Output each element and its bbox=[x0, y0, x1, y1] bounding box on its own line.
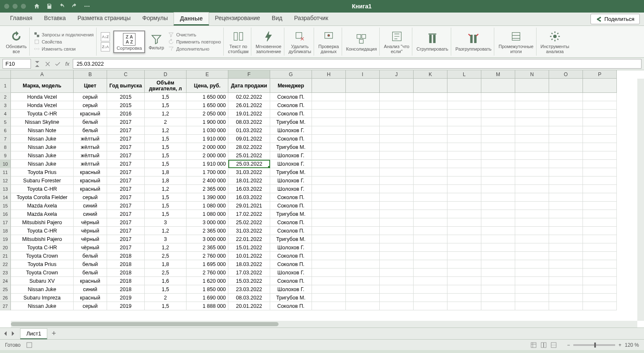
confirm-icon[interactable] bbox=[54, 61, 61, 67]
properties-button[interactable]: Свойства bbox=[34, 39, 94, 45]
zoom-slider[interactable] bbox=[573, 344, 615, 346]
svg-rect-18 bbox=[429, 35, 432, 43]
cancel-icon[interactable] bbox=[44, 61, 51, 67]
svg-rect-22 bbox=[512, 32, 520, 40]
what-if-button[interactable]: Анализ "что если" bbox=[381, 28, 412, 56]
tab-формулы[interactable]: Формулы bbox=[136, 12, 174, 26]
svg-rect-19 bbox=[433, 35, 435, 43]
spreadsheet-grid[interactable]: ABCDEFGHIJKLMNOP 12345678910111213141516… bbox=[0, 70, 644, 327]
ungroup-button[interactable]: Разгруппировать bbox=[453, 28, 494, 56]
consolidate-button[interactable]: Консолидация bbox=[344, 28, 380, 56]
tab-главная[interactable]: Главная bbox=[4, 12, 38, 26]
zoom-out-button[interactable]: − bbox=[567, 342, 570, 348]
svg-rect-9 bbox=[234, 32, 237, 40]
name-box[interactable]: F10 bbox=[3, 59, 31, 69]
subtotal-button[interactable]: Промежуточные итоги bbox=[496, 28, 536, 56]
group-button[interactable]: Сгруппировать bbox=[414, 28, 451, 56]
svg-rect-20 bbox=[470, 35, 473, 43]
flash-fill-button[interactable]: Мгновенное заполнение bbox=[253, 28, 284, 56]
save-icon[interactable] bbox=[46, 3, 53, 10]
svg-rect-15 bbox=[362, 34, 365, 38]
text-to-columns-button[interactable]: Текст по столбцам bbox=[225, 28, 251, 56]
fx-label[interactable]: fx bbox=[65, 61, 69, 67]
ribbon: Обновить все Запросы и подключения Свойс… bbox=[0, 26, 644, 58]
vertical-scrollbar[interactable] bbox=[637, 79, 644, 321]
svg-rect-16 bbox=[360, 39, 363, 43]
status-text: Готово bbox=[5, 342, 20, 348]
add-sheet-button[interactable]: + bbox=[51, 329, 56, 338]
status-bar: Готово − + 120 % bbox=[0, 339, 644, 350]
sheet-prev-icon[interactable] bbox=[3, 331, 8, 336]
ribbon-tabs: ГлавнаяВставкаРазметка страницыФормулыДа… bbox=[0, 13, 644, 26]
macro-icon[interactable] bbox=[26, 341, 33, 349]
redo-icon[interactable] bbox=[71, 3, 78, 10]
tab-рецензирование[interactable]: Рецензирование bbox=[209, 12, 266, 26]
filter-button[interactable]: Фильтр bbox=[148, 33, 164, 50]
select-all-corner[interactable] bbox=[0, 70, 11, 79]
tab-вид[interactable]: Вид bbox=[266, 12, 288, 26]
remove-duplicates-button[interactable]: Удалить дубликаты bbox=[286, 28, 314, 56]
svg-rect-14 bbox=[357, 34, 361, 38]
svg-rect-27 bbox=[544, 343, 546, 348]
zoom-in-button[interactable]: + bbox=[618, 342, 621, 348]
titlebar: Книга1 bbox=[0, 0, 644, 13]
clear-filter-button[interactable]: Очистить bbox=[168, 32, 221, 38]
tab-данные[interactable]: Данные bbox=[174, 12, 209, 26]
document-title: Книга1 bbox=[90, 3, 633, 10]
formula-input[interactable]: 25.03.2022 bbox=[73, 59, 641, 69]
svg-rect-8 bbox=[35, 40, 38, 43]
quick-access[interactable] bbox=[33, 3, 90, 10]
normal-view-icon[interactable] bbox=[530, 342, 537, 348]
advanced-filter-button[interactable]: Дополнительно bbox=[168, 46, 221, 52]
undo-icon[interactable] bbox=[59, 3, 65, 10]
svg-rect-24 bbox=[27, 343, 32, 348]
svg-point-13 bbox=[328, 34, 330, 36]
tab-разметка страницы[interactable]: Разметка страницы bbox=[72, 12, 136, 26]
home-icon[interactable] bbox=[33, 3, 40, 10]
edit-links-button[interactable]: Изменить связи bbox=[34, 46, 94, 52]
svg-rect-6 bbox=[35, 32, 37, 34]
window-controls[interactable] bbox=[4, 4, 26, 9]
tab-вставка[interactable]: Вставка bbox=[38, 12, 72, 26]
tab-разработчик[interactable]: Разработчик bbox=[288, 12, 334, 26]
share-button[interactable]: Поделиться bbox=[590, 14, 640, 24]
more-icon[interactable] bbox=[84, 3, 90, 10]
svg-rect-10 bbox=[239, 32, 243, 40]
zoom-level[interactable]: 120 % bbox=[625, 342, 639, 348]
svg-rect-21 bbox=[475, 35, 477, 43]
column-headers[interactable]: ABCDEFGHIJKLMNOP bbox=[11, 70, 617, 79]
sheet-next-icon[interactable] bbox=[10, 331, 15, 336]
svg-rect-7 bbox=[37, 35, 39, 37]
svg-point-1 bbox=[87, 6, 88, 7]
svg-point-0 bbox=[84, 6, 86, 7]
svg-rect-26 bbox=[541, 343, 543, 348]
sheet-tab-bar: Лист1 + bbox=[0, 327, 644, 339]
svg-point-2 bbox=[88, 6, 89, 7]
page-layout-icon[interactable] bbox=[540, 342, 547, 348]
queries-button[interactable]: Запросы и подключения bbox=[34, 32, 94, 38]
sort-asc-button[interactable]: A↓Z bbox=[101, 32, 110, 41]
reapply-button[interactable]: Применить повторно bbox=[168, 39, 221, 45]
data-validation-button[interactable]: Проверка данных bbox=[316, 28, 342, 56]
namebox-dropdown-icon[interactable] bbox=[35, 61, 39, 67]
refresh-all-button[interactable]: Обновить все bbox=[3, 28, 30, 56]
sort-desc-button[interactable]: Z↓A bbox=[101, 42, 110, 51]
sort-filter-group: A↓Z Z↓A Z AA Z Сортировка Фильтр Очистит… bbox=[98, 28, 224, 56]
svg-point-23 bbox=[553, 35, 556, 38]
row-headers[interactable]: 1234567891011121314151617181920212223242… bbox=[0, 79, 11, 310]
horizontal-scrollbar[interactable] bbox=[11, 321, 637, 327]
sort-button[interactable]: Z AA Z Сортировка bbox=[113, 31, 145, 53]
formula-bar: F10 fx 25.03.2022 bbox=[0, 58, 644, 70]
page-break-icon[interactable] bbox=[550, 342, 557, 348]
sheet-tab[interactable]: Лист1 bbox=[20, 328, 47, 339]
analysis-tools-button[interactable]: Инструменты анализа bbox=[538, 28, 572, 56]
svg-rect-25 bbox=[531, 343, 536, 348]
connections-group: Запросы и подключения Свойства Изменить … bbox=[31, 28, 97, 56]
